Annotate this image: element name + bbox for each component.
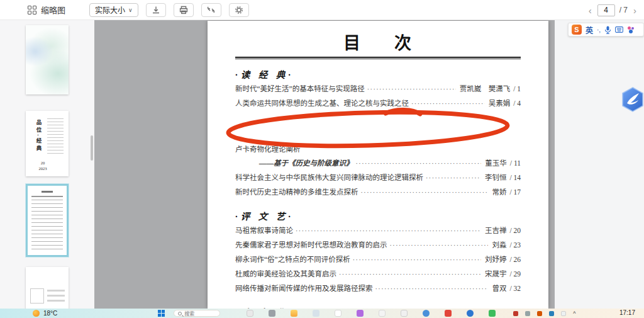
thunder-bird-icon <box>621 86 644 114</box>
taskbar-app-icon[interactable] <box>313 310 319 317</box>
virtual-keyboard-button[interactable] <box>615 26 623 33</box>
dot-leader <box>375 285 489 292</box>
right-background-area <box>555 20 644 309</box>
journal-title-vertical: 品位·经典 <box>35 120 42 152</box>
sun-icon <box>33 310 40 317</box>
dot-leader <box>361 189 489 196</box>
browser-icon[interactable] <box>423 310 430 317</box>
taskbar-apps <box>247 310 496 317</box>
settings-button[interactable] <box>229 3 249 17</box>
taskbar-app-icon[interactable] <box>445 310 452 317</box>
taskbar-app-icon[interactable] <box>247 310 253 317</box>
dot-leader <box>339 271 481 278</box>
gear-icon <box>235 6 243 14</box>
toc-entry: 马祖常叙事诗简论王吉禅/ 20 <box>235 225 521 239</box>
issue-label: 20 2023 <box>26 160 60 173</box>
download-button[interactable] <box>146 3 166 17</box>
print-button[interactable] <box>174 3 194 17</box>
taskbar-app-icon[interactable] <box>269 310 275 317</box>
section-header: ·评 文 艺· <box>235 209 548 222</box>
thumb-toc-rule <box>31 196 63 197</box>
weather-widget[interactable]: 18°C <box>33 310 57 317</box>
sogou-logo[interactable]: S <box>572 25 582 35</box>
taskbar-app-icon[interactable] <box>379 310 386 317</box>
taskbar-app-icon[interactable] <box>357 310 364 317</box>
prev-page-button[interactable]: ‹ <box>587 6 593 15</box>
thumbnails-label: 缩略图 <box>41 4 65 16</box>
tray-icon[interactable] <box>537 311 542 316</box>
tray-icon[interactable] <box>549 311 554 316</box>
page-title: 目次 <box>208 21 548 52</box>
toc-rows: 马祖常叙事诗简论王吉禅/ 20 先秦儒家君子思想对新时代思想政治教育的启示刘淼/… <box>208 225 548 297</box>
toc-entry-title-only: 卢卡奇物化理论阐析 <box>235 144 521 157</box>
search-icon <box>178 312 182 315</box>
fullscreen-button[interactable] <box>201 3 221 17</box>
document-page: 目次 ·读 经 典· 新时代“美好生活”的基本特征与实现路径贾凯崴 樊潇飞/ 1… <box>208 21 548 309</box>
search-label: 搜索 <box>184 310 194 317</box>
printer-icon <box>179 6 188 14</box>
thumb-toc-lines <box>31 200 63 253</box>
dot-leader <box>411 100 485 107</box>
toc-entry: 先秦儒家君子思想对新时代思想政治教育的启示刘淼/ 23 <box>235 239 521 254</box>
redacted-entry-gap <box>208 112 548 144</box>
thumbnail-page-1-cover[interactable] <box>26 25 69 94</box>
page-navigation: ‹ / 7 › <box>587 0 638 20</box>
zoom-level-select[interactable]: 实际大小 ∨ <box>89 3 138 17</box>
dot-leader <box>390 242 489 249</box>
taskbar-search[interactable]: 搜索 <box>174 310 220 317</box>
toolbar: 缩略图 实际大小 ∨ <box>0 0 644 20</box>
thumbnail-page-3-toc-selected[interactable] <box>26 184 69 257</box>
keyboard-icon <box>615 26 623 33</box>
section-header: ·读 经 典· <box>235 67 548 80</box>
next-page-button[interactable]: › <box>632 6 638 15</box>
download-icon <box>152 6 160 14</box>
thumbnail-scrollbar[interactable] <box>91 135 93 161</box>
dot-leader <box>296 227 481 234</box>
page-total-label: / 7 <box>619 6 628 14</box>
input-mode-toggle[interactable]: 英 <box>586 25 593 35</box>
system-tray: ^ <box>513 310 575 317</box>
thumb-toc-title-bar <box>42 191 53 193</box>
wechat-icon[interactable] <box>489 310 496 317</box>
taskbar-app-icon[interactable] <box>467 310 474 317</box>
title-double-rule <box>235 57 521 59</box>
chevron-down-icon: ∨ <box>128 7 133 13</box>
windows-start-button[interactable] <box>158 310 165 317</box>
thumbnail-panel: 品位·经典 20 2023 <box>0 20 94 309</box>
toc-entry: 人类命运共同体思想的生成之基、理论之核与实践之径吴素娟/ 4 <box>235 98 521 112</box>
toc-entry: 新时代“美好生活”的基本特征与实现路径贾凯崴 樊潇飞/ 1 <box>235 83 521 98</box>
thumbnails-toggle[interactable]: 缩略图 <box>28 4 65 16</box>
tray-icon[interactable] <box>513 311 518 316</box>
toc-entry: 科学社会主义与中华民族伟大复兴同律脉动的理论逻辑探析李钊恒/ 14 <box>235 172 521 186</box>
voice-input-button[interactable] <box>604 26 611 34</box>
tray-icon[interactable] <box>525 311 530 316</box>
thumbnail-page-2-title[interactable]: 品位·经典 20 2023 <box>26 111 69 176</box>
dot-leader <box>353 256 481 263</box>
fullscreen-icon <box>207 6 215 14</box>
toc-entry: 柳永词作“俗”之特点的不同评价探析刘妤婷/ 26 <box>235 254 521 268</box>
thumb-article-lines <box>47 290 65 302</box>
tray-icon[interactable] <box>561 311 566 316</box>
toc-entry: 网络传播对新闻传媒的作用及发展路径探索曾双/ 32 <box>235 283 521 297</box>
grid-icon <box>28 6 36 14</box>
dot-leader <box>367 86 456 93</box>
thunder-download-float-button[interactable] <box>621 86 644 114</box>
toc-entry: 杜威的审美经验论及其美育启示宋晟宇/ 29 <box>235 268 521 283</box>
toolbar-tools: 实际大小 ∨ <box>89 3 249 17</box>
folder-icon[interactable] <box>291 310 297 317</box>
thumb-article-figure <box>30 288 44 304</box>
punctuation-toggle[interactable]: ·, <box>597 26 601 33</box>
taskbar-app-icon[interactable] <box>335 310 341 317</box>
windows-taskbar: 18°C 搜索 ^ 17:17 <box>0 309 644 318</box>
temperature-label: 18°C <box>43 310 57 317</box>
thumbnail-page-4-article[interactable] <box>26 267 69 309</box>
toc-rows: 新时代“美好生活”的基本特征与实现路径贾凯崴 樊潇飞/ 1 人类命运共同体思想的… <box>208 83 548 201</box>
page-number-input[interactable] <box>597 4 615 16</box>
sogou-tools-icon[interactable] <box>627 26 635 34</box>
microphone-icon <box>604 26 611 34</box>
dot-leader <box>426 174 481 181</box>
thumb-text-lines <box>47 118 64 155</box>
taskbar-app-icon[interactable] <box>401 310 408 317</box>
tray-expand-caret[interactable]: ^ <box>573 310 575 317</box>
toc-subentry: ——基于《历史与阶级意识》董玉华/ 11 <box>235 157 521 172</box>
